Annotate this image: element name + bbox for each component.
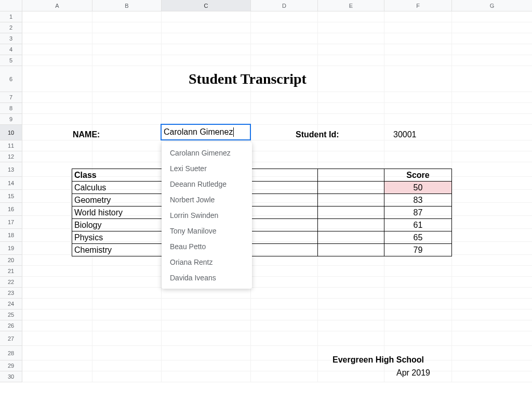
row-header-22[interactable]: 22 <box>0 277 22 288</box>
cell[interactable] <box>452 371 532 382</box>
cell[interactable] <box>22 22 92 33</box>
cell[interactable] <box>92 331 162 346</box>
cell[interactable] <box>162 346 251 360</box>
row-header-15[interactable]: 15 <box>0 190 22 203</box>
dropdown-item[interactable]: Deeann Rutledge <box>162 176 252 192</box>
cell[interactable] <box>162 33 251 44</box>
cell[interactable] <box>251 114 318 125</box>
score-cell[interactable]: 50 <box>384 182 452 194</box>
column-header-c[interactable]: C <box>162 0 251 11</box>
cell[interactable] <box>384 22 452 33</box>
cell[interactable] <box>92 103 162 114</box>
score-cell[interactable]: 79 <box>384 244 452 256</box>
cell[interactable] <box>251 44 318 55</box>
cell[interactable] <box>318 277 384 288</box>
cell[interactable] <box>251 140 318 151</box>
cell[interactable] <box>162 309 251 320</box>
dropdown-item[interactable]: Tony Manilove <box>162 223 252 239</box>
cell[interactable] <box>452 331 532 346</box>
row-header-29[interactable]: 29 <box>0 360 22 371</box>
cell[interactable] <box>162 55 251 66</box>
cell[interactable] <box>318 92 384 103</box>
dropdown-item[interactable]: Norbert Jowle <box>162 192 252 208</box>
cell[interactable] <box>452 320 532 331</box>
cell[interactable] <box>384 44 452 55</box>
cell[interactable] <box>92 360 162 371</box>
cell[interactable] <box>318 114 384 125</box>
cell[interactable] <box>318 33 384 44</box>
cell[interactable] <box>92 151 162 162</box>
blank-cell[interactable] <box>318 194 384 206</box>
cell[interactable] <box>452 309 532 320</box>
select-all-corner[interactable] <box>0 0 22 11</box>
cell[interactable] <box>384 255 452 266</box>
cell[interactable] <box>452 203 532 216</box>
cell[interactable] <box>318 320 384 331</box>
cell[interactable] <box>92 55 162 66</box>
cell[interactable] <box>384 11 452 22</box>
cell[interactable] <box>92 44 162 55</box>
cell[interactable] <box>384 92 452 103</box>
row-header-19[interactable]: 19 <box>0 242 22 255</box>
cell[interactable] <box>92 371 162 382</box>
row-header-23[interactable]: 23 <box>0 288 22 299</box>
cell[interactable] <box>22 33 92 44</box>
column-header-f[interactable]: F <box>384 0 452 11</box>
cell[interactable] <box>384 331 452 346</box>
blank-cell[interactable] <box>318 219 384 231</box>
cell[interactable] <box>384 266 452 277</box>
cell[interactable] <box>384 55 452 66</box>
cell[interactable] <box>251 55 318 66</box>
row-header-1[interactable]: 1 <box>0 11 22 22</box>
cell[interactable] <box>384 114 452 125</box>
column-header-d[interactable]: D <box>251 0 318 11</box>
dropdown-item[interactable]: Oriana Rentz <box>162 254 252 270</box>
cell[interactable] <box>384 299 452 309</box>
row-header-6[interactable]: 6 <box>0 66 22 92</box>
cell[interactable] <box>452 66 532 92</box>
cell[interactable] <box>162 44 251 55</box>
cell[interactable] <box>251 255 318 266</box>
cell[interactable] <box>251 11 318 22</box>
dropdown-item[interactable]: Carolann Gimenez <box>162 145 252 161</box>
cell[interactable] <box>452 229 532 242</box>
cell[interactable] <box>92 277 162 288</box>
cell[interactable] <box>22 44 92 55</box>
cell[interactable] <box>384 103 452 114</box>
class-cell[interactable]: Chemistry <box>72 244 162 256</box>
cell[interactable] <box>452 266 532 277</box>
row-header-12[interactable]: 12 <box>0 151 22 162</box>
cell[interactable] <box>251 22 318 33</box>
cell[interactable] <box>162 360 251 371</box>
class-cell[interactable]: World history <box>72 206 162 219</box>
cell[interactable] <box>92 66 162 92</box>
cell[interactable] <box>22 360 92 371</box>
row-header-27[interactable]: 27 <box>0 331 22 346</box>
dropdown-item[interactable]: Lorrin Swinden <box>162 208 252 223</box>
cell[interactable] <box>22 277 92 288</box>
cell[interactable] <box>452 44 532 55</box>
cell[interactable] <box>452 360 532 371</box>
cell[interactable] <box>452 177 532 190</box>
class-cell[interactable]: Biology <box>72 219 162 231</box>
cell[interactable] <box>318 331 384 346</box>
row-header-28[interactable]: 28 <box>0 346 22 360</box>
cell[interactable] <box>318 44 384 55</box>
blank-cell[interactable] <box>251 219 318 231</box>
score-cell[interactable]: 83 <box>384 194 452 206</box>
cell[interactable] <box>452 22 532 33</box>
cell[interactable] <box>92 266 162 277</box>
cell[interactable] <box>318 66 384 92</box>
cell[interactable] <box>251 309 318 320</box>
cell[interactable] <box>251 299 318 309</box>
row-header-9[interactable]: 9 <box>0 114 22 125</box>
row-header-20[interactable]: 20 <box>0 255 22 266</box>
class-cell[interactable]: Calculus <box>72 182 162 194</box>
cell[interactable] <box>318 103 384 114</box>
cell[interactable] <box>162 92 251 103</box>
cell[interactable] <box>162 299 251 309</box>
cell[interactable] <box>92 92 162 103</box>
cell[interactable] <box>92 346 162 360</box>
cell[interactable] <box>22 114 92 125</box>
cell[interactable] <box>318 309 384 320</box>
